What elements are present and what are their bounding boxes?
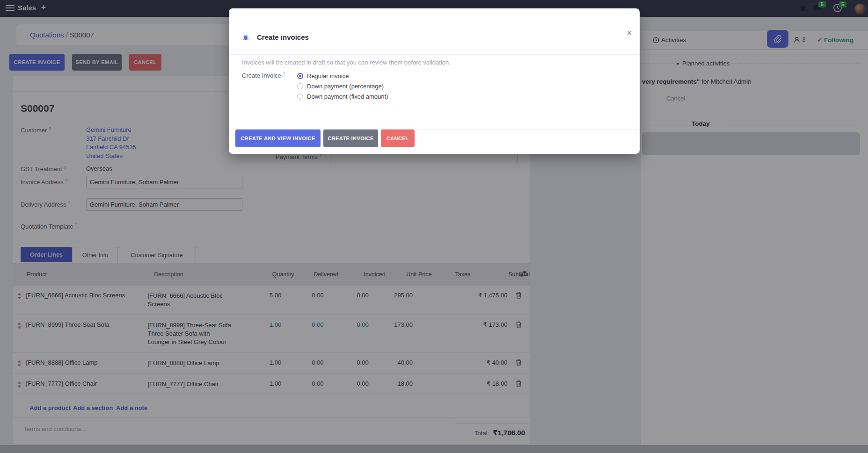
bug-icon xyxy=(242,34,249,41)
close-icon[interactable]: × xyxy=(627,28,632,37)
invoice-type-radio-group: Regular invoiceDown payment (percentage)… xyxy=(297,71,388,101)
modal-cancel-button[interactable]: CANCEL xyxy=(381,129,415,147)
radio-option-label: Down payment (fixed amount) xyxy=(307,93,388,100)
radio-icon[interactable] xyxy=(297,93,303,100)
radio-option-label: Down payment (percentage) xyxy=(307,83,384,90)
dialog-info-text: Invoices will be created in draft so tha… xyxy=(242,59,451,66)
modal-create-invoice-button[interactable]: CREATE INVOICE xyxy=(323,129,378,147)
create-invoice-field-label: Create Invoice ? xyxy=(242,72,285,79)
dialog-header: Create invoices × xyxy=(229,8,640,55)
radio-option-label: Regular invoice xyxy=(307,72,349,79)
radio-option[interactable]: Down payment (fixed amount) xyxy=(297,91,388,101)
radio-option[interactable]: Down payment (percentage) xyxy=(297,81,388,91)
create-and-view-invoice-button[interactable]: CREATE AND VIEW INVOICE xyxy=(235,129,321,147)
radio-selected-icon[interactable] xyxy=(297,73,303,79)
radio-option[interactable]: Regular invoice xyxy=(297,71,388,81)
create-invoices-dialog: Create invoices × Invoices will be creat… xyxy=(229,8,640,154)
radio-icon[interactable] xyxy=(297,83,303,89)
dialog-title: Create invoices xyxy=(257,33,309,41)
